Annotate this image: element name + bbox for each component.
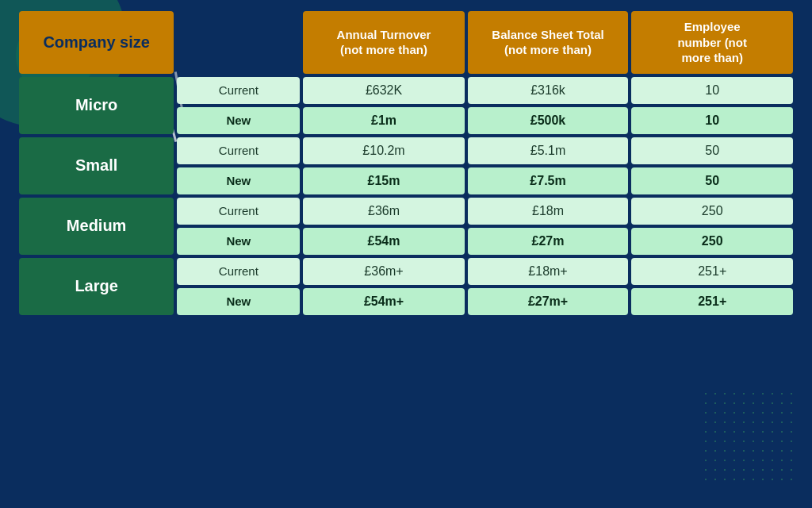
- table-container: Company size Annual Turnover(not more th…: [16, 8, 796, 318]
- employee-new-large: 251+: [631, 288, 793, 315]
- turnover-current-micro: £632K: [303, 77, 464, 104]
- turnover-current-large: £36m+: [303, 258, 464, 285]
- balance-current-large: £18m+: [468, 258, 629, 285]
- turnover-new-small: £15m: [303, 167, 464, 194]
- balance-current-small: £5.1m: [468, 137, 629, 164]
- size-cell-large: Large: [19, 258, 174, 315]
- header-balance-sheet: Balance Sheet Total(not more than): [468, 11, 629, 74]
- turnover-new-medium: £54m: [303, 228, 464, 255]
- balance-current-micro: £316k: [468, 77, 629, 104]
- turnover-new-micro: £1m: [303, 107, 464, 134]
- employee-new-small: 50: [631, 167, 793, 194]
- employee-new-medium: 250: [631, 228, 793, 255]
- company-size-table: Company size Annual Turnover(not more th…: [16, 8, 796, 318]
- balance-current-medium: £18m: [468, 198, 629, 225]
- label-new-medium: New: [177, 228, 300, 255]
- size-cell-medium: Medium: [19, 198, 174, 255]
- employee-current-small: 50: [631, 137, 793, 164]
- employee-current-micro: 10: [631, 77, 793, 104]
- turnover-current-small: £10.2m: [303, 137, 464, 164]
- label-new-small: New: [177, 167, 300, 194]
- label-new-micro: New: [177, 107, 300, 134]
- header-employee-number: Employeenumber (notmore than): [631, 11, 793, 74]
- size-cell-small: Small: [19, 137, 174, 194]
- employee-current-large: 251+: [631, 258, 793, 285]
- label-current-micro: Current: [177, 77, 300, 104]
- employee-new-micro: 10: [631, 107, 793, 134]
- label-current-large: Current: [177, 258, 300, 285]
- label-current-medium: Current: [177, 198, 300, 225]
- employee-current-medium: 250: [631, 198, 793, 225]
- label-current-small: Current: [177, 137, 300, 164]
- header-company-size: Company size: [19, 11, 174, 74]
- turnover-new-large: £54m+: [303, 288, 464, 315]
- header-annual-turnover: Annual Turnover(not more than): [303, 11, 464, 74]
- balance-new-micro: £500k: [468, 107, 629, 134]
- bg-dots-pattern: [701, 389, 796, 484]
- header-blank: [177, 11, 300, 74]
- balance-new-small: £7.5m: [468, 167, 629, 194]
- balance-new-large: £27m+: [468, 288, 629, 315]
- balance-new-medium: £27m: [468, 228, 629, 255]
- size-cell-micro: Micro: [19, 77, 174, 134]
- turnover-current-medium: £36m: [303, 198, 464, 225]
- label-new-large: New: [177, 288, 300, 315]
